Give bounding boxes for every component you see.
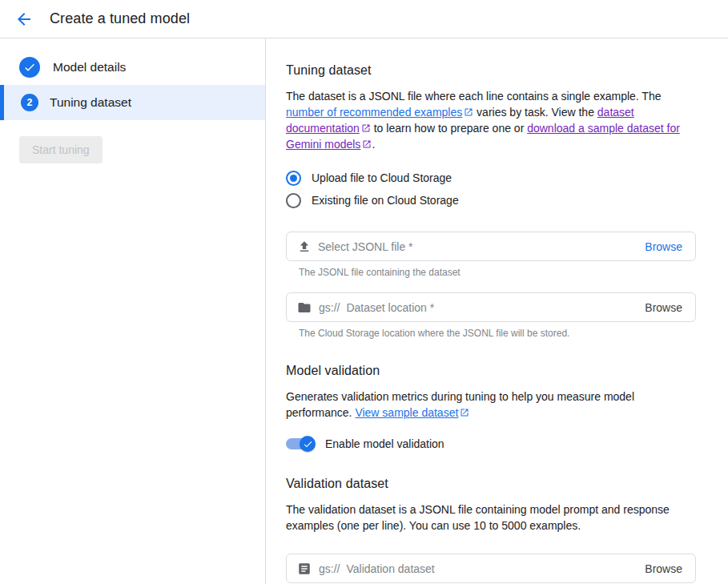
start-tuning-button[interactable]: Start tuning: [19, 136, 103, 163]
jsonl-helper-text: The JSONL file containing the dataset: [299, 267, 698, 278]
model-validation-heading: Model validation: [286, 364, 698, 378]
step-label: Tuning dataset: [50, 95, 131, 110]
step-tuning-dataset[interactable]: 2 Tuning dataset: [0, 85, 265, 120]
steps-sidebar: Model details 2 Tuning dataset Start tun…: [0, 38, 266, 584]
upload-icon: [297, 240, 312, 254]
folder-icon: [297, 300, 312, 315]
external-link-icon: [460, 405, 469, 415]
field-placeholder: Validation dataset: [346, 562, 635, 575]
page-header: Create a tuned model: [0, 0, 728, 38]
description-text: to learn how to prepare one or: [371, 122, 527, 135]
enable-model-validation-row: Enable model validation: [286, 436, 698, 452]
validation-dataset-heading: Validation dataset: [286, 477, 698, 491]
description-text: varies by task. View the: [473, 106, 597, 119]
model-validation-description: Generates validation metrics during tuni…: [286, 389, 696, 421]
page-title: Create a tuned model: [50, 10, 190, 27]
link-text: number of recommended examples: [286, 106, 462, 119]
step-label: Model details: [53, 60, 126, 75]
dataset-location-field[interactable]: gs:// Dataset location * Browse: [286, 292, 696, 322]
field-placeholder: Dataset location *: [346, 301, 635, 314]
radio-existing-file[interactable]: Existing file on Cloud Storage: [286, 189, 698, 211]
validation-dataset-description: The validation dataset is a JSONL file c…: [286, 501, 696, 534]
step-model-details[interactable]: Model details: [0, 50, 265, 85]
radio-label: Upload file to Cloud Storage: [312, 171, 452, 184]
back-arrow-icon[interactable]: [14, 10, 34, 29]
article-icon: [297, 562, 312, 576]
tuning-dataset-heading: Tuning dataset: [286, 63, 698, 78]
radio-unselected-icon[interactable]: [286, 193, 301, 208]
browse-jsonl-button[interactable]: Browse: [645, 240, 682, 253]
description-text: .: [372, 138, 375, 151]
step-completed-check-icon: [19, 57, 40, 78]
upload-source-radio-group: Upload file to Cloud Storage Existing fi…: [286, 167, 698, 211]
gs-prefix: gs://: [319, 301, 340, 314]
main-content: Tuning dataset The dataset is a JSONL fi…: [266, 38, 698, 584]
tuning-dataset-description: The dataset is a JSONL file where each l…: [286, 88, 696, 152]
radio-upload-file[interactable]: Upload file to Cloud Storage: [286, 167, 698, 189]
recommended-examples-link[interactable]: number of recommended examples: [286, 106, 473, 119]
radio-label: Existing file on Cloud Storage: [312, 194, 459, 207]
radio-selected-icon[interactable]: [286, 171, 301, 186]
browse-location-button[interactable]: Browse: [645, 301, 682, 314]
external-link-icon: [362, 137, 372, 147]
location-helper-text: The Cloud Storage location where the JSO…: [299, 328, 698, 339]
external-link-icon: [361, 121, 371, 131]
view-sample-dataset-link[interactable]: View sample dataset: [355, 406, 469, 419]
validation-dataset-field[interactable]: gs:// Validation dataset Browse: [286, 554, 696, 583]
gs-prefix: gs://: [319, 562, 340, 575]
field-placeholder: Select JSONL file *: [318, 240, 635, 253]
link-text: View sample dataset: [355, 406, 458, 419]
external-link-icon: [464, 105, 473, 115]
description-text: The dataset is a JSONL file where each l…: [286, 90, 661, 103]
step-number-badge: 2: [21, 94, 38, 111]
toggle-label: Enable model validation: [325, 437, 444, 450]
model-validation-toggle[interactable]: [286, 436, 316, 452]
select-jsonl-file-field[interactable]: Select JSONL file * Browse: [286, 232, 696, 261]
browse-validation-button[interactable]: Browse: [645, 562, 682, 575]
toggle-thumb-check-icon: [300, 436, 316, 452]
